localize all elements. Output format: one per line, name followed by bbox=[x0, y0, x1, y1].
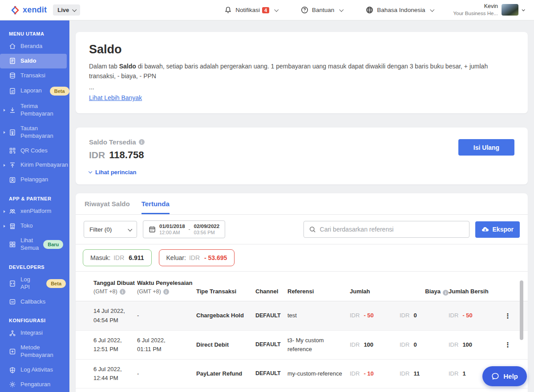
export-button[interactable]: Ekspor bbox=[475, 221, 520, 238]
language-menu[interactable]: Bahasa Indonesia bbox=[366, 6, 433, 14]
chevron-down-icon bbox=[340, 8, 344, 12]
info-icon[interactable]: i bbox=[443, 290, 449, 296]
caret-right-icon bbox=[4, 210, 5, 213]
sidebar-item-toko[interactable]: Toko bbox=[0, 219, 69, 233]
sidebar-item-qr-codes[interactable]: QR Codes bbox=[0, 144, 69, 158]
logo-text: xendit bbox=[23, 5, 47, 15]
balance-document-icon bbox=[9, 57, 16, 64]
column-jumlah-bersih: Jumlah Bersih bbox=[449, 278, 501, 301]
plus-box-icon bbox=[9, 348, 16, 355]
chevron-down-icon bbox=[274, 8, 279, 12]
column-channel: Channel bbox=[255, 278, 287, 301]
help-menu[interactable]: Bantuan bbox=[301, 6, 343, 14]
column-jumlah: Jumlah bbox=[350, 278, 400, 301]
sidebar-item-beranda[interactable]: Beranda bbox=[0, 39, 69, 54]
xendit-logo-icon bbox=[11, 6, 20, 15]
avatar bbox=[502, 4, 518, 16]
sidebar-section-konfigurasi: KONFIGURASI bbox=[9, 318, 69, 323]
date-range-picker[interactable]: 01/01/2018 12:00 AM - 02/09/2022 03:56 P… bbox=[143, 220, 225, 238]
filter-bar: Filter (0) 01/01/2018 12:00 AM - 02/09/2… bbox=[76, 215, 528, 244]
grid-icon bbox=[9, 241, 16, 248]
page-title: Saldo bbox=[89, 43, 514, 56]
sidebar-item-transaksi[interactable]: Transaksi bbox=[0, 68, 69, 83]
page-description: Dalam tab Saldo di bawah, setiap baris a… bbox=[89, 62, 514, 81]
chevron-down-icon bbox=[72, 8, 77, 12]
chevron-down-icon bbox=[522, 8, 525, 11]
environment-select[interactable]: Live bbox=[53, 4, 80, 16]
chevron-down-icon bbox=[128, 227, 132, 232]
cloud-download-icon bbox=[481, 226, 489, 232]
row-menu-button[interactable]: ⋮ bbox=[505, 312, 511, 320]
caret-right-icon bbox=[4, 109, 5, 112]
caret-right-icon bbox=[4, 225, 5, 228]
sidebar-item-pengaturan[interactable]: Pengaturan bbox=[0, 377, 69, 392]
beta-badge: Beta bbox=[50, 87, 69, 96]
inflow-summary: Masuk: IDR 6.911 bbox=[83, 249, 152, 266]
user-name: Kevin bbox=[453, 3, 498, 10]
sidebar-item-xenplatform[interactable]: xenPlatform bbox=[0, 204, 69, 219]
time-to: 03:56 PM bbox=[194, 230, 220, 236]
sidebar-item-integrasi[interactable]: Integrasi bbox=[0, 326, 69, 340]
notification-count-badge: 4 bbox=[262, 7, 269, 13]
table-row: 6 Jul 2022,12:44 PM - PayLater Refund DE… bbox=[76, 360, 528, 388]
search-input[interactable] bbox=[320, 226, 464, 233]
sidebar-item-laporan[interactable]: Laporan Beta bbox=[0, 83, 69, 99]
sidebar-section-app-partner: APP & PARTNER bbox=[9, 196, 69, 201]
beta-badge: Beta bbox=[46, 279, 66, 288]
receive-arrow-icon bbox=[9, 107, 16, 114]
sidebar-item-lihat-semua[interactable]: Lihat Semua Baru bbox=[0, 233, 69, 256]
time-from: 12:00 AM bbox=[159, 230, 185, 236]
home-icon bbox=[9, 43, 16, 50]
xendit-logo[interactable]: xendit bbox=[11, 5, 47, 15]
info-icon[interactable]: i bbox=[163, 289, 169, 295]
page-header-card: Saldo Dalam tab Saldo di bawah, setiap b… bbox=[76, 32, 528, 113]
topbar: xendit Live Notifikasi 4 Bantuan bbox=[0, 0, 534, 20]
sidebar-item-pelanggan[interactable]: Pelanggan bbox=[0, 172, 69, 187]
date-separator: - bbox=[189, 226, 190, 232]
calendar-icon bbox=[149, 226, 156, 233]
column-tanggal-dibuat: Tanggal Dibuat (GMT +8)i bbox=[93, 278, 137, 301]
info-icon[interactable]: i bbox=[120, 289, 125, 295]
sidebar-item-metode-pembayaran[interactable]: Metode Pembayaran bbox=[0, 340, 69, 363]
available-balance-card: Saldo Tersedia i IDR 118.758 Isi Ulang L… bbox=[76, 128, 528, 184]
row-menu-button[interactable]: ⋮ bbox=[505, 341, 511, 348]
integration-nodes-icon bbox=[9, 330, 16, 337]
help-button[interactable]: Help bbox=[482, 366, 527, 386]
sidebar-item-kirim-pembayaran[interactable]: Kirim Pembayaran bbox=[0, 158, 69, 172]
info-icon[interactable]: i bbox=[139, 139, 145, 145]
api-log-icon bbox=[9, 280, 16, 287]
tab-riwayat-saldo[interactable]: Riwayat Saldo bbox=[85, 193, 130, 214]
sidebar-item-terima-pembayaran[interactable]: Terima Pembayaran bbox=[0, 99, 69, 121]
question-circle-icon bbox=[301, 6, 308, 14]
chevron-down-icon bbox=[430, 8, 435, 12]
date-from: 01/01/2018 bbox=[159, 223, 185, 229]
sidebar-item-log-aktivitas[interactable]: Log Aktivitas bbox=[0, 363, 69, 377]
column-tipe-transaksi: Tipe Transaksi bbox=[196, 278, 255, 301]
filter-dropdown[interactable]: Filter (0) bbox=[84, 221, 137, 238]
balance-currency: IDR bbox=[89, 150, 105, 160]
balance-label: Saldo Tersedia bbox=[89, 138, 136, 146]
topup-button[interactable]: Isi Ulang bbox=[458, 139, 514, 156]
tab-tertunda[interactable]: Tertunda bbox=[142, 193, 170, 214]
sidebar-item-callbacks[interactable]: Callbacks bbox=[0, 295, 69, 309]
see-more-link[interactable]: Lihat Lebih Banyak bbox=[89, 94, 142, 101]
report-icon bbox=[9, 88, 16, 95]
caret-right-icon bbox=[4, 164, 5, 167]
balance-detail-link[interactable]: Lihat perincian bbox=[89, 169, 136, 176]
sidebar-item-tautan-pembayaran[interactable]: Tautan Pembayaran bbox=[0, 121, 69, 144]
sidebar-section-menu-utama: MENU UTAMA bbox=[9, 31, 69, 36]
sidebar-item-saldo[interactable]: Saldo bbox=[0, 54, 67, 68]
notifications-menu[interactable]: Notifikasi 4 bbox=[224, 6, 278, 14]
column-referensi: Referensi bbox=[287, 278, 350, 301]
table-scrollbar[interactable] bbox=[520, 280, 523, 340]
gear-icon bbox=[9, 381, 16, 388]
sidebar-item-log-api[interactable]: Log API Beta bbox=[0, 272, 69, 295]
user-menu[interactable]: Kevin Your Business He... bbox=[453, 3, 524, 17]
ledger-card: Riwayat Saldo Tertunda Filter (0) 01/01/… bbox=[76, 193, 528, 392]
outflow-value: - 53.695 bbox=[204, 254, 227, 261]
outflow-summary: Keluar: IDR - 53.695 bbox=[159, 249, 235, 266]
coins-icon bbox=[9, 72, 16, 79]
table-row: 6 Jul 2022,12:30 PM - eWallet Refund DEF… bbox=[76, 388, 528, 392]
description-ellipsis: ... bbox=[89, 84, 514, 91]
search-field bbox=[303, 221, 469, 238]
